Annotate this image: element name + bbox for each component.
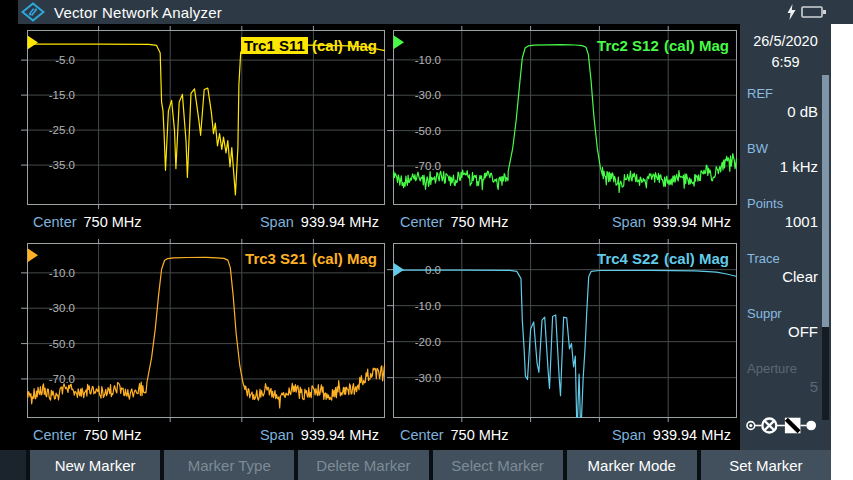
svg-text:-5.0: -5.0 <box>55 54 75 66</box>
span-value: 939.94 MHz <box>653 214 731 230</box>
param-trace[interactable]: Trace Clear <box>740 245 831 300</box>
center-label: Center <box>400 427 444 443</box>
param-aperture: Aperture 5 <box>740 355 831 410</box>
marker-mode-button[interactable]: Marker Mode <box>567 450 697 480</box>
scrollbar-thumb[interactable] <box>822 75 829 327</box>
select-marker-button: Select Marker <box>433 450 563 480</box>
span-label: Span <box>260 214 294 230</box>
measurement-grid: -5.0-15.0-25.0-35.0 Trc1 S11 (cal) Mag C… <box>0 24 740 450</box>
quadrant-s22: 0.0-10.0-20.0-30.0 Trc4 S22 (cal) Mag Ce… <box>388 237 740 450</box>
new-marker-button[interactable]: New Marker <box>30 450 160 480</box>
center-value: 750 MHz <box>84 427 142 443</box>
charging-bolt-icon <box>787 4 796 20</box>
svg-text:-10.0: -10.0 <box>49 267 75 279</box>
s21-plot-area[interactable]: -10.0-30.0-50.0-70.0 Trc3 S21 (cal) Mag <box>27 243 385 418</box>
titlebar-notch <box>0 0 18 24</box>
span-label: Span <box>612 214 646 230</box>
svg-text:-30.0: -30.0 <box>415 372 441 384</box>
center-value: 750 MHz <box>451 214 509 230</box>
svg-text:-25.0: -25.0 <box>49 124 75 136</box>
freq-readout-row[interactable]: Center 750 MHz Span 939.94 MHz <box>388 420 740 450</box>
param-bw[interactable]: BW 1 kHz <box>740 135 831 190</box>
quadrant-s11: -5.0-15.0-25.0-35.0 Trc1 S11 (cal) Mag C… <box>0 24 388 237</box>
center-label: Center <box>400 214 444 230</box>
svg-text:-20.0: -20.0 <box>415 336 441 348</box>
svg-text:-15.0: -15.0 <box>49 89 75 101</box>
s12-plot-area[interactable]: -10.0-30.0-50.0-70.0 Trc2 S12 (cal) Mag <box>393 30 737 205</box>
menubar-lead-spacer <box>0 450 26 480</box>
titlebar: Vector Network Analyzer <box>0 0 853 24</box>
rohde-schwarz-logo-icon <box>21 2 45 22</box>
port-schematic-icon <box>740 412 822 439</box>
svg-text:-35.0: -35.0 <box>49 159 75 171</box>
trace-label-trc1[interactable]: Trc1 S11 (cal) Mag <box>241 37 377 54</box>
trace-label-trc4[interactable]: Trc4 S22 (cal) Mag <box>596 250 729 267</box>
softkey-menubar: New Marker Marker Type Delete Marker Sel… <box>0 450 831 480</box>
delete-marker-button: Delete Marker <box>298 450 428 480</box>
time-text: 6:59 <box>740 52 831 73</box>
span-label: Span <box>612 427 646 443</box>
span-label: Span <box>260 427 294 443</box>
sidebar-scrollbar[interactable] <box>822 75 829 420</box>
center-label: Center <box>33 214 77 230</box>
param-ref[interactable]: REF 0 dB <box>740 80 831 135</box>
span-value: 939.94 MHz <box>301 427 379 443</box>
date-text: 26/5/2020 <box>740 31 831 52</box>
trace-label-trc3[interactable]: Trc3 S21 (cal) Mag <box>244 250 377 267</box>
param-suppr[interactable]: Suppr OFF <box>740 300 831 355</box>
center-value: 750 MHz <box>84 214 142 230</box>
svg-text:-50.0: -50.0 <box>415 125 441 137</box>
svg-text:-10.0: -10.0 <box>415 300 441 312</box>
center-label: Center <box>33 427 77 443</box>
quadrant-s21: -10.0-30.0-50.0-70.0 Trc3 S21 (cal) Mag … <box>0 237 388 450</box>
freq-readout-row[interactable]: Center 750 MHz Span 939.94 MHz <box>388 207 740 237</box>
datetime-display: 26/5/2020 6:59 <box>740 24 831 73</box>
svg-text:-70.0: -70.0 <box>49 373 75 385</box>
trace-label-trc2[interactable]: Trc2 S12 (cal) Mag <box>596 37 729 54</box>
status-icons <box>787 4 827 20</box>
marker-type-button: Marker Type <box>164 450 294 480</box>
span-value: 939.94 MHz <box>653 427 731 443</box>
app-title: Vector Network Analyzer <box>54 4 222 21</box>
span-value: 939.94 MHz <box>301 214 379 230</box>
svg-text:-30.0: -30.0 <box>415 89 441 101</box>
set-marker-button[interactable]: Set Marker <box>701 450 831 480</box>
s22-plot-area[interactable]: 0.0-10.0-20.0-30.0 Trc4 S22 (cal) Mag <box>393 243 737 418</box>
screen-right-margin <box>831 24 853 480</box>
svg-text:-70.0: -70.0 <box>415 160 441 172</box>
freq-readout-row[interactable]: Center 750 MHz Span 939.94 MHz <box>0 420 388 450</box>
svg-text:-50.0: -50.0 <box>49 338 75 350</box>
svg-text:-30.0: -30.0 <box>49 302 75 314</box>
svg-text:-10.0: -10.0 <box>415 54 441 66</box>
quadrant-s12: -10.0-30.0-50.0-70.0 Trc2 S12 (cal) Mag … <box>388 24 740 237</box>
parameter-list: REF 0 dB BW 1 kHz Points 1001 Trace Clea… <box>740 80 831 410</box>
center-value: 750 MHz <box>451 427 509 443</box>
settings-sidebar: 26/5/2020 6:59 REF 0 dB BW 1 kHz Points … <box>740 24 831 450</box>
s11-plot-area[interactable]: -5.0-15.0-25.0-35.0 Trc1 S11 (cal) Mag <box>27 30 385 205</box>
param-points[interactable]: Points 1001 <box>740 190 831 245</box>
vna-screen: Vector Network Analyzer -5.0-15.0-25.0-3… <box>0 0 853 480</box>
battery-icon <box>801 5 827 19</box>
freq-readout-row[interactable]: Center 750 MHz Span 939.94 MHz <box>0 207 388 237</box>
